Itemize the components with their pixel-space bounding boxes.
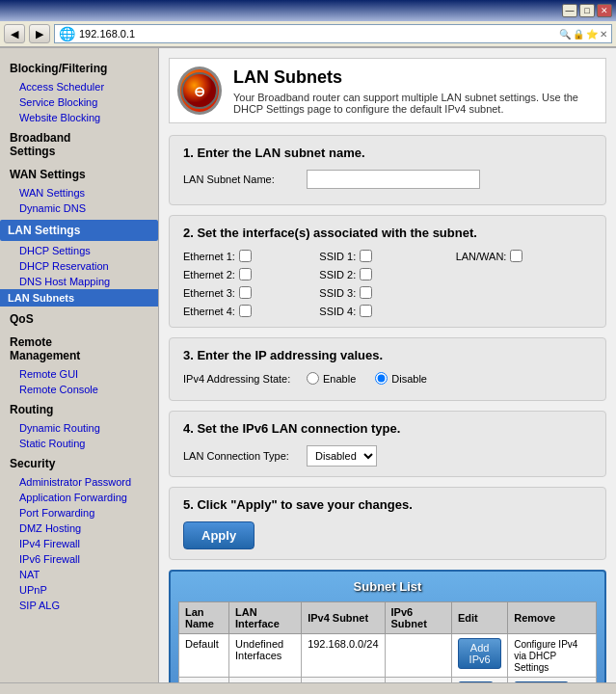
sidebar-category-security: Security [0,451,158,474]
iface-eth4-label: Ethernet 4: [183,306,235,317]
title-bar: — □ ✕ [0,0,616,21]
sidebar-item-dns-host-mapping[interactable]: DNS Host Mapping [0,274,158,289]
address-text: 192.168.0.1 [79,28,555,40]
iface-ssid1-label: SSID 1: [319,251,356,262]
section-5: 5. Click "Apply" to save your changes. A… [169,487,606,560]
iface-eth4-checkbox[interactable] [239,305,252,317]
sidebar-item-ipv6-firewall[interactable]: IPv6 Firewall [0,551,158,567]
row2-remove-button[interactable]: Remo... [514,681,569,682]
address-icons: 🔍🔒⭐✕ [559,29,607,40]
subnet-list-title: Subnet List [178,579,597,594]
sidebar-category-blocking: Blocking/Filtering [0,56,158,79]
apply-button[interactable]: Apply [183,521,254,549]
iface-ssid1-checkbox[interactable] [360,250,372,262]
sidebar-category-qos: QoS [0,307,158,330]
iface-ssid3-checkbox[interactable] [360,286,372,299]
iface-eth2-checkbox[interactable] [239,268,252,280]
ipv4-disable-radio[interactable] [375,372,388,385]
col-lan-interface: LAN Interface [228,602,301,634]
sidebar-item-upnp[interactable]: UPnP [0,582,158,598]
row1-edit-cell: Add IPv6 [451,634,507,678]
ipv4-radio-group: Enable Disable [307,372,427,385]
col-remove: Remove [508,602,597,634]
iface-ssid1: SSID 1: [319,250,455,262]
sidebar-item-admin-password[interactable]: Administrator Password [0,474,158,490]
close-button[interactable]: ✕ [597,4,612,17]
ipv4-disable-label: Disable [391,373,427,385]
iface-eth1: Ethernet 1: [183,250,319,262]
iface-eth3: Ethernet 3: [183,286,319,299]
ipv4-enable-label: Enable [323,373,356,385]
iface-ssid4-label: SSID 4: [319,306,356,317]
subnet-name-row: LAN Subnet Name: [183,170,592,189]
sidebar-item-lan-subnets[interactable]: LAN Subnets [0,289,158,307]
section-3-title: 3. Enter the IP addressing values. [183,348,592,362]
sidebar-item-dynamic-routing[interactable]: Dynamic Routing [0,420,158,436]
sidebar-item-remote-gui[interactable]: Remote GUI [0,366,158,382]
address-bar[interactable]: 🌐 192.168.0.1 🔍🔒⭐✕ [54,24,612,43]
section-1: 1. Enter the LAN subnet name. LAN Subnet… [169,135,606,205]
svg-text:⊖: ⊖ [194,84,205,99]
row2-edit-button[interactable]: Edit [458,681,494,682]
page-title: LAN Subnets [233,67,598,88]
ipv4-enable-radio[interactable] [307,372,319,385]
iface-ssid2: SSID 2: [319,268,455,280]
section-2-title: 2. Set the interface(s) associated with … [183,226,592,240]
row1-lan-name: Default [179,634,229,678]
ipv4-enable-option: Enable [307,372,356,385]
sidebar-item-dmz-hosting[interactable]: DMZ Hosting [0,520,158,536]
iface-eth3-checkbox[interactable] [239,286,252,299]
row2-lan-interface: Ethernet 1, SSID 1 [228,678,301,683]
back-button[interactable]: ◀ [4,24,25,43]
sidebar-item-nat[interactable]: NAT [0,567,158,582]
sidebar-item-service-blocking[interactable]: Service Blocking [0,94,158,110]
content-area: ⊖ LAN Subnets Your Broadband router can … [159,48,616,682]
table-row: Test Ethernet 1, SSID 1 192.168.1.0/24 D… [179,678,597,683]
iface-eth1-checkbox[interactable] [239,250,252,262]
lan-connection-type-label: LAN Connection Type: [183,450,299,462]
status-bar: Connection Status CenturyLink™ Line 1 [0,682,616,694]
lan-connection-type-select[interactable]: Disabled DHCPv6 Static [307,445,377,467]
sidebar-item-dhcp-reservation[interactable]: DHCP Reservation [0,258,158,274]
forward-button[interactable]: ▶ [29,24,50,43]
iface-eth1-label: Ethernet 1: [183,251,235,262]
sidebar-item-dhcp-settings[interactable]: DHCP Settings [0,243,158,258]
minimize-button[interactable]: — [562,4,577,17]
sidebar-item-website-blocking[interactable]: Website Blocking [0,110,158,125]
section-2: 2. Set the interface(s) associated with … [169,215,606,328]
sidebar-item-ipv4-firewall[interactable]: IPv4 Firewall [0,536,158,551]
iface-ssid4-checkbox[interactable] [360,305,372,317]
sidebar-item-access-scheduler[interactable]: Access Scheduler [0,79,158,94]
row2-edit-cell: Edit [451,678,507,683]
sidebar-item-wan-settings[interactable]: WAN Settings [0,185,158,200]
sidebar-item-app-forwarding[interactable]: Application Forwarding [0,490,158,505]
section-1-title: 1. Enter the LAN subnet name. [183,146,592,160]
row2-ipv4-subnet: 192.168.1.0/24 [302,678,385,683]
sidebar-item-sip-alg[interactable]: SIP ALG [0,598,158,613]
table-row: Default Undefined Interfaces 192.168.0.0… [179,634,597,678]
row1-lan-interface: Undefined Interfaces [228,634,301,678]
sidebar-item-dynamic-dns[interactable]: Dynamic DNS [0,200,158,216]
sidebar-item-port-forwarding[interactable]: Port Forwarding [0,505,158,520]
page-header: ⊖ LAN Subnets Your Broadband router can … [169,58,606,123]
row1-ipv4-subnet: 192.168.0.0/24 [302,634,385,678]
sidebar-item-remote-console[interactable]: Remote Console [0,382,158,397]
ipv4-state-row: IPv4 Addressing State: Enable Disable [183,372,592,385]
sidebar-item-static-routing[interactable]: Static Routing [0,436,158,451]
iface-ssid2-checkbox[interactable] [360,268,372,280]
iface-lanwan-checkbox[interactable] [510,250,522,262]
sidebar-category-lan: LAN Settings [8,224,80,237]
row2-ipv6-subnet: DISABLED [385,678,451,683]
iface-eth4: Ethernet 4: [183,305,319,317]
maximize-button[interactable]: □ [579,4,595,17]
iface-ssid2-label: SSID 2: [319,269,356,280]
subnet-name-input[interactable] [307,170,480,189]
row2-lan-name: Test [179,678,229,683]
section-3: 3. Enter the IP addressing values. IPv4 … [169,337,606,401]
row1-remove-text: Configure IPv4 via DHCP Settings [514,639,577,673]
page-icon: ⊖ [177,67,222,115]
row1-add-ipv6-button[interactable]: Add IPv6 [458,638,501,669]
section-4: 4. Set the IPv6 LAN connection type. LAN… [169,411,606,477]
iface-ssid3-label: SSID 3: [319,287,356,299]
sidebar-category-wan: WAN Settings [0,162,158,185]
